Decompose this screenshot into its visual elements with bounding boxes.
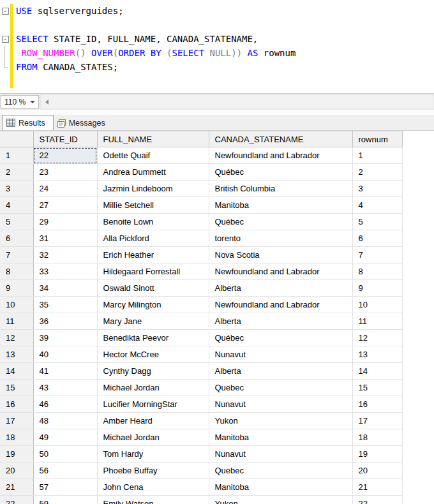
scroll-left-button[interactable] <box>41 95 52 108</box>
row-number[interactable]: 10 <box>0 297 33 313</box>
pane-splitter[interactable] <box>0 110 434 115</box>
grid-cell[interactable]: 56 <box>33 463 97 479</box>
code-line[interactable]: -SELECT STATE_ID, FULL_NAME, CANADA_STAT… <box>0 32 434 46</box>
grid-cell[interactable]: 34 <box>33 280 97 297</box>
code-line[interactable] <box>0 74 434 88</box>
grid-cell[interactable]: Québec <box>209 164 352 181</box>
grid-cell[interactable]: 10 <box>352 297 402 313</box>
grid-cell[interactable]: Nunavut <box>209 346 352 363</box>
column-header-canada_statename[interactable]: CANADA_STATENAME <box>209 131 352 147</box>
corner-header-cell[interactable] <box>0 131 33 147</box>
row-number[interactable]: 19 <box>0 446 33 463</box>
grid-cell[interactable]: 48 <box>33 413 97 429</box>
grid-cell[interactable]: Hildegaard Forrestall <box>97 263 209 280</box>
row-number[interactable]: 20 <box>0 463 33 479</box>
grid-cell[interactable]: 22 <box>352 496 402 504</box>
grid-cell[interactable]: 22 <box>33 147 97 164</box>
grid-cell[interactable]: Newfoundland and Labrador <box>209 147 352 164</box>
grid-cell[interactable]: 31 <box>33 230 97 247</box>
row-number[interactable]: 17 <box>0 413 33 429</box>
grid-cell[interactable]: Nova Scotia <box>209 247 352 263</box>
grid-cell[interactable]: Alberta <box>209 313 352 330</box>
row-number[interactable]: 6 <box>0 230 33 247</box>
grid-cell[interactable]: 50 <box>33 446 97 463</box>
row-number[interactable]: 18 <box>0 429 33 446</box>
grid-cell[interactable]: Manitoba <box>209 197 352 214</box>
grid-cell[interactable]: Oswald Sinott <box>97 280 209 297</box>
grid-cell[interactable]: 35 <box>33 297 97 313</box>
grid-cell[interactable]: Yukon <box>209 496 352 504</box>
grid-cell[interactable]: Cynthy Dagg <box>97 363 209 380</box>
grid-cell[interactable]: Lucifier MorningStar <box>97 396 209 413</box>
grid-cell[interactable]: Manitoba <box>209 429 352 446</box>
row-number[interactable]: 9 <box>0 280 33 297</box>
row-number[interactable]: 15 <box>0 380 33 396</box>
grid-cell[interactable]: 5 <box>352 214 402 230</box>
sql-editor[interactable]: -USE sqlserverguides;-SELECT STATE_ID, F… <box>0 0 434 93</box>
code-line[interactable]: FROM CANADA_STATES; <box>0 60 434 74</box>
grid-cell[interactable]: 20 <box>352 463 402 479</box>
grid-cell[interactable]: Hector McCree <box>97 346 209 363</box>
row-number[interactable]: 22 <box>0 496 33 504</box>
row-number[interactable]: 1 <box>0 147 33 164</box>
column-header-state_id[interactable]: STATE_ID <box>33 131 97 147</box>
row-number[interactable]: 11 <box>0 313 33 330</box>
row-number[interactable]: 16 <box>0 396 33 413</box>
grid-cell[interactable]: Newfoundland and Labrador <box>209 263 352 280</box>
grid-cell[interactable]: Nunavut <box>209 446 352 463</box>
grid-cell[interactable]: 21 <box>352 479 402 496</box>
grid-cell[interactable]: Benedikta Peevor <box>97 330 209 346</box>
grid-cell[interactable]: 4 <box>352 197 402 214</box>
grid-cell[interactable]: Jazmin Lindeboom <box>97 181 209 197</box>
grid-cell[interactable]: Newfoundland and Labrador <box>209 297 352 313</box>
zoom-dropdown[interactable]: 110 % <box>1 95 39 108</box>
collapse-minus-icon[interactable]: - <box>2 8 9 15</box>
grid-cell[interactable]: 13 <box>352 346 402 363</box>
grid-cell[interactable]: 41 <box>33 363 97 380</box>
grid-cell[interactable]: 8 <box>352 263 402 280</box>
grid-cell[interactable]: 43 <box>33 380 97 396</box>
tab-results[interactable]: Results <box>2 115 54 130</box>
row-number[interactable]: 2 <box>0 164 33 181</box>
horizontal-scrollbar[interactable] <box>41 95 433 108</box>
code-line[interactable]: ROW_NUMBER() OVER(ORDER BY (SELECT NULL)… <box>0 46 434 60</box>
grid-cell[interactable]: Tom Hardy <box>97 446 209 463</box>
grid-cell[interactable]: 17 <box>352 413 402 429</box>
grid-cell[interactable]: Michael Jordan <box>97 429 209 446</box>
grid-cell[interactable]: 12 <box>352 330 402 346</box>
grid-cell[interactable]: 49 <box>33 429 97 446</box>
grid-cell[interactable]: Quebec <box>209 380 352 396</box>
grid-cell[interactable]: 46 <box>33 396 97 413</box>
grid-cell[interactable]: Michael Jordan <box>97 380 209 396</box>
grid-cell[interactable]: 9 <box>352 280 402 297</box>
grid-cell[interactable]: John Cena <box>97 479 209 496</box>
grid-cell[interactable]: 39 <box>33 330 97 346</box>
grid-cell[interactable]: 1 <box>352 147 402 164</box>
grid-cell[interactable]: 15 <box>352 380 402 396</box>
row-number[interactable]: 5 <box>0 214 33 230</box>
fold-collapse-control[interactable]: - <box>0 32 10 46</box>
grid-cell[interactable]: 6 <box>352 230 402 247</box>
grid-cell[interactable]: 27 <box>33 197 97 214</box>
grid-cell[interactable]: Alla Pickford <box>97 230 209 247</box>
grid-cell[interactable]: Benoite Lown <box>97 214 209 230</box>
grid-cell[interactable]: Phoebe Buffay <box>97 463 209 479</box>
grid-cell[interactable]: Québec <box>209 214 352 230</box>
grid-cell[interactable]: British Columbia <box>209 181 352 197</box>
column-header-full_name[interactable]: FULL_NAME <box>97 131 209 147</box>
grid-cell[interactable]: 57 <box>33 479 97 496</box>
row-number[interactable]: 8 <box>0 263 33 280</box>
code-line[interactable] <box>0 18 434 32</box>
grid-cell[interactable]: Quebec <box>209 463 352 479</box>
grid-cell[interactable]: 18 <box>352 429 402 446</box>
grid-cell[interactable]: 36 <box>33 313 97 330</box>
grid-cell[interactable]: 7 <box>352 247 402 263</box>
grid-cell[interactable]: 33 <box>33 263 97 280</box>
grid-cell[interactable]: Mary Jane <box>97 313 209 330</box>
grid-cell[interactable]: 23 <box>33 164 97 181</box>
grid-cell[interactable]: 14 <box>352 363 402 380</box>
code-line[interactable]: -USE sqlserverguides; <box>0 4 434 18</box>
grid-cell[interactable]: 24 <box>33 181 97 197</box>
column-header-rownum[interactable]: rownum <box>352 131 402 147</box>
grid-cell[interactable]: Yukon <box>209 413 352 429</box>
